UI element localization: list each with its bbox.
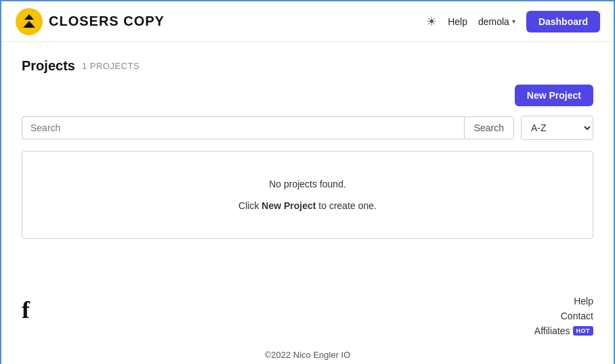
dashboard-button[interactable]: Dashboard: [526, 11, 600, 32]
empty-state-box: No projects found. Click New Project to …: [22, 151, 593, 239]
help-link[interactable]: Help: [448, 16, 467, 27]
search-row: Search A-Z Z-A Newest Oldest: [22, 116, 593, 140]
header-right: ☀ Help demola ▾ Dashboard: [426, 11, 600, 32]
facebook-icon[interactable]: f: [22, 296, 30, 324]
logo-icon: [15, 7, 43, 36]
page-title: Projects: [22, 58, 75, 74]
footer-copyright: ©2022 Nico Engler IO: [22, 350, 593, 360]
sort-select[interactable]: A-Z Z-A Newest Oldest: [521, 116, 593, 140]
user-label: demola: [478, 16, 509, 27]
theme-toggle-button[interactable]: ☀: [426, 14, 437, 29]
search-input[interactable]: [22, 116, 464, 139]
empty-cta-text: Click New Project to create one.: [238, 200, 377, 211]
logo-text: CLOSERS COPY: [49, 14, 165, 29]
page-title-row: Projects 1 PROJECTS: [22, 58, 593, 74]
theme-icon: ☀: [426, 15, 437, 28]
chevron-down-icon: ▾: [512, 18, 515, 25]
cta-suffix: to create one.: [316, 200, 377, 211]
footer-contact-link[interactable]: Contact: [561, 311, 593, 321]
cta-prefix: Click: [238, 200, 261, 211]
no-projects-text: No projects found.: [269, 179, 346, 189]
project-count-badge: 1 PROJECTS: [82, 61, 140, 71]
footer-bottom: ©2022 Nico Engler IO Legal, Terms & Priv…: [22, 350, 593, 364]
footer-affiliates-link[interactable]: Affiliates: [534, 325, 570, 336]
search-button[interactable]: Search: [464, 116, 514, 139]
footer-affiliates-row[interactable]: Affiliates HOT: [534, 325, 593, 336]
footer-top: f Help Contact Affiliates HOT: [22, 296, 593, 336]
user-dropdown[interactable]: demola ▾: [478, 16, 515, 27]
cta-bold: New Project: [261, 200, 316, 211]
footer-help-link[interactable]: Help: [574, 296, 593, 306]
hot-badge: HOT: [573, 326, 594, 336]
logo[interactable]: CLOSERS COPY: [15, 7, 165, 36]
new-project-row: New Project: [22, 85, 593, 106]
new-project-button[interactable]: New Project: [515, 85, 593, 106]
footer-links: Help Contact Affiliates HOT: [534, 296, 593, 336]
